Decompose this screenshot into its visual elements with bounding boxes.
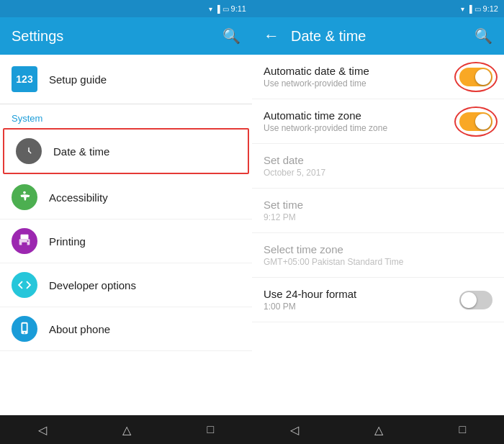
right-status-icons: ▾ ▐ ▭ 9:12 [461, 4, 498, 13]
set-date-item: Set date October 5, 2017 [252, 144, 504, 189]
auto-timezone-title: Automatic time zone [264, 109, 387, 122]
accessibility-text: Accessibility [49, 191, 240, 204]
setup-guide-item[interactable]: 123 Setup guide [0, 55, 252, 104]
section-system: System [0, 104, 252, 127]
left-back-btn[interactable]: ◁ [24, 420, 61, 440]
left-status-bar: ▾ ▐ ▭ 9:11 [0, 0, 252, 17]
set-date-subtitle: October 5, 2017 [264, 168, 325, 178]
auto-date-time-title: Automatic date & time [264, 65, 369, 77]
svg-rect-3 [21, 235, 29, 239]
24hour-text: Use 24-hour format 1:00 PM [264, 288, 356, 312]
auto-date-time-text: Automatic date & time Use network-provid… [264, 65, 369, 89]
left-app-title: Settings [12, 28, 222, 45]
auto-timezone-toggle-wrapper [459, 112, 492, 131]
right-signal-icon: ▐ [467, 5, 472, 13]
set-time-item: Set time 9:12 PM [252, 189, 504, 233]
svg-point-9 [24, 332, 25, 334]
right-phone-panel: ▾ ▐ ▭ 9:12 ← Date & time 🔍 Automatic dat… [252, 0, 504, 444]
left-search-icon[interactable]: 🔍 [222, 27, 240, 45]
left-time: 9:11 [231, 4, 246, 13]
set-time-subtitle: 9:12 PM [264, 212, 303, 222]
about-icon-wrap [12, 316, 37, 342]
set-date-title: Set date [264, 154, 325, 166]
left-content: 123 Setup guide System Date & time [0, 55, 252, 415]
accessibility-icon [17, 189, 32, 205]
sidebar-item-date-time[interactable]: Date & time [3, 128, 249, 174]
setup-guide-icon: 123 [12, 66, 37, 92]
right-back-icon[interactable]: ← [264, 27, 279, 45]
clock-icon [21, 143, 37, 159]
auto-timezone-thumb [475, 114, 491, 130]
auto-timezone-text: Automatic time zone Use network-provided… [264, 109, 387, 133]
svg-point-6 [27, 240, 28, 242]
set-time-title: Set time [264, 199, 303, 211]
24hour-item[interactable]: Use 24-hour format 1:00 PM [252, 278, 504, 322]
sidebar-item-printing[interactable]: Printing [0, 219, 252, 263]
right-app-title: Date & time [291, 28, 474, 45]
developer-icon-wrap [12, 272, 37, 298]
signal-icon: ▐ [215, 5, 220, 13]
wifi-icon: ▾ [209, 5, 212, 13]
printing-text: Printing [49, 235, 240, 248]
svg-rect-5 [22, 243, 27, 246]
left-app-bar: Settings 🔍 [0, 17, 252, 55]
setup-guide-label: Setup guide [49, 73, 107, 86]
right-app-bar: ← Date & time 🔍 [252, 17, 504, 55]
clock-icon-wrap [16, 138, 42, 164]
24hour-toggle[interactable] [459, 291, 492, 309]
set-time-text: Set time 9:12 PM [264, 199, 303, 222]
select-timezone-text: Select time zone GMT+05:00 Pakistan Stan… [264, 243, 403, 267]
about-phone-icon [17, 321, 32, 337]
auto-timezone-subtitle: Use network-provided time zone [264, 123, 387, 133]
auto-timezone-toggle[interactable] [459, 112, 492, 131]
sidebar-item-accessibility[interactable]: Accessibility [0, 176, 252, 219]
svg-rect-8 [22, 324, 27, 331]
right-battery-icon: ▭ [474, 5, 481, 13]
svg-point-1 [28, 150, 30, 152]
left-recents-btn[interactable]: □ [193, 420, 229, 439]
left-home-btn[interactable]: △ [108, 420, 145, 440]
24hour-toggle-wrapper [459, 291, 492, 309]
right-recents-btn[interactable]: □ [445, 420, 481, 439]
right-content: Automatic date & time Use network-provid… [252, 55, 504, 415]
about-text: About phone [49, 323, 240, 335]
right-back-btn[interactable]: ◁ [276, 420, 313, 440]
developer-title: Developer options [49, 279, 240, 291]
battery-icon: ▭ [222, 5, 229, 13]
accessibility-icon-wrap [12, 184, 37, 210]
auto-date-time-item[interactable]: Automatic date & time Use network-provid… [252, 55, 504, 99]
auto-date-time-toggle[interactable] [459, 68, 492, 86]
printing-title: Printing [49, 235, 240, 248]
right-search-icon[interactable]: 🔍 [474, 27, 492, 45]
auto-timezone-item[interactable]: Automatic time zone Use network-provided… [252, 99, 504, 144]
auto-date-time-toggle-wrapper [459, 68, 492, 86]
left-nav-bar: ◁ △ □ [0, 415, 252, 444]
print-icon-wrap [12, 228, 37, 254]
24hour-title: Use 24-hour format [264, 288, 356, 300]
developer-text: Developer options [49, 279, 240, 291]
right-wifi-icon: ▾ [461, 5, 464, 13]
24hour-subtitle: 1:00 PM [264, 302, 356, 312]
sidebar-item-about[interactable]: About phone [0, 307, 252, 351]
print-icon [17, 233, 32, 249]
sidebar-item-developer[interactable]: Developer options [0, 263, 252, 307]
left-status-icons: ▾ ▐ ▭ 9:11 [209, 4, 246, 13]
auto-date-time-subtitle: Use network-provided time [264, 78, 369, 89]
about-title: About phone [49, 323, 240, 335]
right-status-bar: ▾ ▐ ▭ 9:12 [252, 0, 504, 17]
select-timezone-title: Select time zone [264, 243, 403, 255]
24hour-thumb [461, 292, 477, 308]
accessibility-title: Accessibility [49, 191, 240, 204]
left-phone-panel: ▾ ▐ ▭ 9:11 Settings 🔍 123 Setup guide Sy… [0, 0, 252, 444]
date-time-text: Date & time [53, 145, 236, 158]
date-time-title: Date & time [53, 145, 236, 158]
select-timezone-item: Select time zone GMT+05:00 Pakistan Stan… [252, 233, 504, 278]
select-timezone-subtitle: GMT+05:00 Pakistan Standard Time [264, 257, 403, 267]
right-time: 9:12 [483, 4, 498, 13]
svg-point-2 [23, 191, 26, 194]
auto-date-time-thumb [475, 69, 491, 85]
set-date-text: Set date October 5, 2017 [264, 154, 325, 178]
right-home-btn[interactable]: △ [360, 420, 397, 440]
right-nav-bar: ◁ △ □ [252, 415, 504, 444]
developer-icon [17, 277, 32, 293]
